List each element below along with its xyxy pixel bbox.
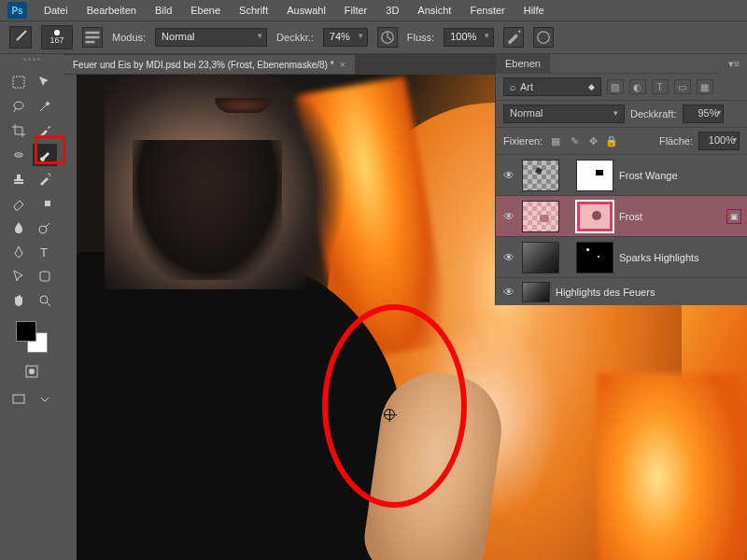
svg-rect-1 (86, 36, 100, 39)
menu-bar: Ps Datei Bearbeiten Bild Ebene Schrift A… (0, 0, 747, 21)
layer-list: 👁 Frost Wange 👁 Frost ▣ 👁 Sparks Highlig… (496, 154, 747, 305)
filter-pixel-icon[interactable]: ▧ (607, 79, 624, 94)
filter-smart-icon[interactable]: ▦ (697, 79, 713, 94)
fill-label: Fläche: (659, 135, 693, 147)
move-tool[interactable] (33, 71, 57, 93)
pen-tool[interactable] (7, 241, 31, 263)
layer-mask-thumbnail[interactable] (576, 160, 613, 191)
menu-3d[interactable]: 3D (378, 2, 406, 19)
pressure-size-icon[interactable] (533, 27, 554, 48)
type-tool[interactable]: T (33, 241, 57, 263)
quickmask-toggle[interactable] (21, 362, 42, 381)
visibility-toggle[interactable]: 👁 (501, 251, 516, 264)
layer-name[interactable]: Frost (619, 211, 721, 222)
foreground-color[interactable] (16, 321, 36, 342)
hand-tool[interactable] (7, 289, 31, 312)
layer-thumbnail[interactable] (522, 201, 559, 232)
menu-datei[interactable]: Datei (36, 2, 76, 19)
layer-name[interactable]: Highlights des Feuers (556, 287, 741, 298)
tool-preset-picker[interactable] (9, 26, 32, 49)
airbrush-icon[interactable] (503, 27, 524, 48)
path-select-tool[interactable] (7, 265, 31, 287)
layer-mask-thumbnail[interactable] (576, 201, 613, 232)
color-swatches[interactable] (16, 321, 48, 353)
layer-kind-filter[interactable]: ⌕ Art ◆ (503, 77, 601, 96)
document-tab[interactable]: Feuer und Eis by MDI.psd bei 23,3% (Fros… (63, 55, 355, 74)
panel-menu-icon[interactable]: ▾≡ (721, 54, 747, 74)
layer-name[interactable]: Frost Wange (619, 170, 741, 181)
svg-rect-6 (13, 77, 24, 88)
tools-panel: T (0, 54, 63, 560)
blend-mode-select[interactable]: Normal (155, 28, 267, 47)
visibility-toggle[interactable]: 👁 (501, 286, 516, 299)
flow-field[interactable]: 100% (444, 28, 494, 47)
layer-filter-icon[interactable]: ▣ (726, 209, 741, 224)
layer-thumbnail[interactable] (522, 160, 559, 191)
layer-thumbnail[interactable] (522, 282, 550, 302)
visibility-toggle[interactable]: 👁 (501, 169, 516, 182)
menu-schrift[interactable]: Schrift (232, 2, 275, 19)
lock-all-icon[interactable]: 🔒 (604, 133, 619, 148)
gradient-tool[interactable] (33, 192, 57, 215)
wand-tool[interactable] (33, 95, 57, 118)
marquee-tool[interactable] (7, 71, 31, 93)
menu-ansicht[interactable]: Ansicht (410, 2, 458, 19)
layer-opacity-field[interactable]: 95% (683, 105, 724, 123)
annotation-brush-highlight (35, 135, 65, 164)
canvas-image-mouth (215, 98, 271, 113)
svg-rect-14 (39, 201, 45, 206)
menu-filter[interactable]: Filter (337, 2, 374, 19)
options-bar: 167 Modus: Normal Deckkr.: 74% Fluss: 10… (0, 21, 747, 54)
close-icon[interactable]: × (340, 59, 345, 70)
lock-position-icon[interactable]: ✥ (585, 133, 600, 148)
visibility-toggle[interactable]: 👁 (501, 210, 516, 223)
shape-tool[interactable] (33, 265, 57, 287)
brush-panel-toggle[interactable] (82, 27, 103, 48)
layer-row[interactable]: 👁 Frost ▣ (496, 195, 747, 236)
filter-shape-icon[interactable]: ▭ (674, 79, 691, 94)
opacity-label: Deckkr.: (276, 32, 314, 43)
layer-row[interactable]: 👁 Frost Wange (496, 154, 747, 195)
svg-rect-0 (86, 32, 100, 35)
layers-panel: Ebenen ▾≡ ⌕ Art ◆ ▧ ◐ T ▭ ▦ Normal Deckk… (495, 54, 747, 305)
svg-rect-21 (13, 395, 24, 403)
lock-pixels-icon[interactable]: ✎ (567, 133, 582, 148)
fill-field[interactable]: 100% (698, 132, 740, 150)
menu-auswahl[interactable]: Auswahl (279, 2, 333, 19)
screenmode-toggle[interactable] (8, 390, 29, 409)
panel-grip[interactable] (8, 58, 55, 67)
menu-bearbeiten[interactable]: Bearbeiten (79, 2, 144, 19)
app-logo: Ps (7, 2, 27, 19)
layer-row[interactable]: 👁 Highlights des Feuers (496, 277, 747, 305)
heal-tool[interactable] (7, 144, 31, 166)
menu-hilfe[interactable]: Hilfe (516, 2, 552, 19)
menu-bild[interactable]: Bild (148, 2, 179, 19)
lock-transparency-icon[interactable]: ▦ (548, 133, 563, 148)
document-tab-title: Feuer und Eis by MDI.psd bei 23,3% (Fros… (73, 60, 334, 70)
layer-mask-thumbnail[interactable] (576, 242, 613, 273)
opacity-field[interactable]: 74% (323, 28, 368, 47)
layer-thumbnail[interactable] (522, 242, 559, 273)
history-brush-tool[interactable] (33, 168, 57, 190)
brush-preset-picker[interactable]: 167 (41, 25, 73, 49)
layer-blend-mode[interactable]: Normal (503, 105, 625, 123)
svg-point-7 (14, 102, 23, 109)
filter-type-icon[interactable]: T (652, 79, 669, 94)
filter-adjust-icon[interactable]: ◐ (629, 79, 646, 94)
lasso-tool[interactable] (7, 95, 31, 118)
crop-tool[interactable] (7, 119, 31, 142)
eraser-tool[interactable] (7, 192, 31, 215)
dodge-tool[interactable] (33, 217, 57, 239)
layer-row[interactable]: 👁 Sparks Highlights (496, 236, 747, 277)
svg-point-10 (18, 154, 19, 155)
layers-panel-tab[interactable]: Ebenen (496, 54, 550, 73)
brush-size-value: 167 (49, 35, 63, 45)
stamp-tool[interactable] (7, 168, 31, 190)
layer-name[interactable]: Sparks Highlights (619, 252, 741, 263)
screenmode-chevron-icon[interactable] (35, 390, 55, 409)
pressure-opacity-icon[interactable] (377, 27, 398, 48)
menu-ebene[interactable]: Ebene (183, 2, 228, 19)
menu-fenster[interactable]: Fenster (462, 2, 512, 19)
zoom-tool[interactable] (33, 289, 57, 312)
blur-tool[interactable] (7, 217, 31, 239)
